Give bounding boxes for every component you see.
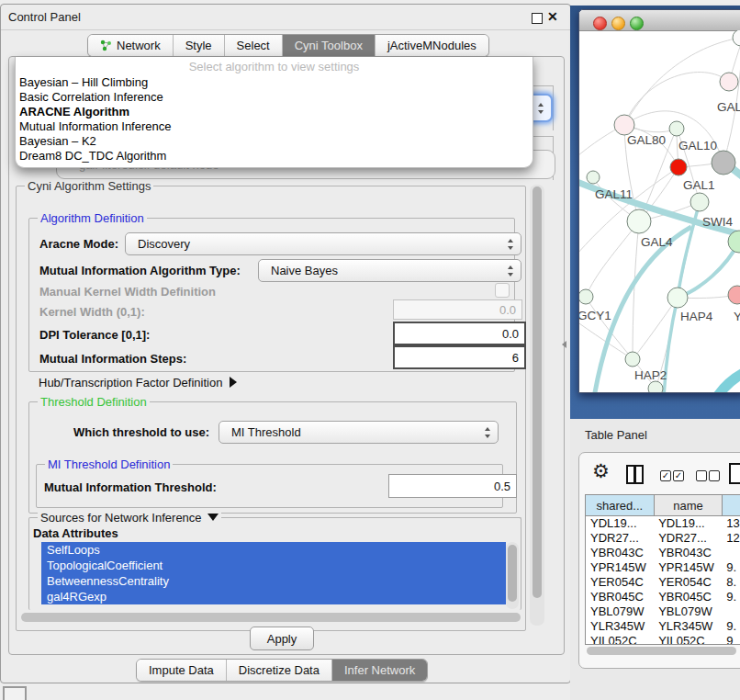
data-attribute-item-betweennesscentrality[interactable]: BetweennessCentrality (41, 573, 506, 589)
table-row[interactable]: YDL19...YDL19...13 (586, 516, 740, 531)
node-gal80[interactable] (614, 115, 634, 135)
dpi-tolerance-label: DPI Tolerance [0,1]: (39, 328, 150, 342)
node-hap2[interactable] (625, 352, 640, 367)
table-row[interactable]: YLR345WYLR345W9. (586, 619, 740, 634)
manual-kernel-width-label: Manual Kernel Width Definition (39, 285, 216, 299)
node-salmon[interactable] (728, 286, 740, 304)
which-threshold-value: MI Threshold (231, 425, 301, 439)
network-canvas[interactable]: GALGAL80GAL10GAL11GAL1SWI4GAL4GCY1HAP4YH… (579, 30, 740, 392)
tab-discretize-data[interactable]: Discretize Data (227, 660, 332, 681)
collapse-down-icon (207, 514, 219, 521)
node-hap4[interactable] (667, 288, 688, 308)
table-cell: YER054C (586, 575, 654, 590)
node-gray[interactable] (712, 151, 735, 175)
list-scrollbar-thumb[interactable] (508, 545, 517, 602)
table-row[interactable]: YBR043CYBR043C (586, 546, 740, 560)
close-traffic-light-icon[interactable] (593, 17, 607, 30)
table-cell: 9 (722, 634, 740, 644)
node-label-swi4: SWI4 (702, 215, 733, 229)
list-scrollbar-track[interactable] (506, 542, 519, 609)
tab-impute-data[interactable]: Impute Data (137, 660, 227, 681)
mi-threshold-input[interactable]: 0.5 (388, 474, 517, 498)
mi-algorithm-type-label: Mutual Information Algorithm Type: (39, 264, 241, 277)
gear-icon[interactable]: ⚙ (592, 461, 610, 480)
table-cell: 9. (722, 590, 740, 604)
table-row[interactable]: YER054CYER054C8. (586, 575, 740, 590)
node-gal4[interactable] (627, 209, 651, 233)
tab-select[interactable]: Select (225, 35, 283, 56)
node-gal1[interactable] (690, 193, 709, 211)
aracne-mode-value: Discovery (138, 237, 190, 251)
settings-hscrollbar-thumb[interactable] (21, 613, 521, 622)
column-view-icon[interactable] (626, 465, 644, 484)
checked-checkbox-icon[interactable]: ✓ (673, 470, 684, 481)
node-label-hap2: HAP2 (634, 368, 667, 382)
sources-title: Sources for Network Inference (40, 511, 202, 525)
mi-steps-input[interactable]: 6 (393, 345, 526, 369)
unchecked-checkbox-icon[interactable] (709, 470, 720, 481)
node-gal11[interactable] (587, 171, 600, 184)
node-red[interactable] (670, 159, 687, 175)
document-icon[interactable] (729, 463, 740, 484)
hub-definition-toggle[interactable]: Hub/Transcription Factor Definition (39, 376, 237, 390)
data-attribute-item-gal4rgexp[interactable]: gal4RGexp (41, 589, 506, 604)
table-cell: YLR345W (654, 619, 722, 634)
tab-cyni-toolbox[interactable]: Cyni Toolbox (283, 35, 376, 56)
table-header-shared-[interactable]: shared... (586, 495, 655, 516)
dropdown-item-bayesian-hill-climbing[interactable]: Bayesian – Hill Climbing (16, 75, 533, 90)
which-threshold-label: Which threshold to use: (73, 425, 209, 439)
aracne-mode-combo[interactable]: Discovery (125, 232, 521, 255)
checked-checkbox-icon[interactable]: ✓ (660, 470, 671, 481)
minimized-panel-icon[interactable] (3, 686, 27, 700)
node-top-right[interactable] (733, 30, 740, 46)
kernel-width-input[interactable]: 0.0 (393, 299, 522, 320)
sources-toggle[interactable]: Sources for Network Inference (38, 511, 221, 525)
table-cell: YIL052C (586, 634, 654, 644)
table-hscrollbar-thumb[interactable] (587, 647, 736, 655)
aracne-mode-label: Aracne Mode: (39, 237, 118, 251)
node-bottom[interactable] (648, 381, 663, 392)
zoom-traffic-light-icon[interactable] (630, 17, 644, 30)
table-row[interactable]: YDR27...YDR27...12 (586, 531, 740, 546)
table-cell: YLR345W (586, 619, 654, 634)
panel-divider-collapse-icon[interactable] (562, 341, 566, 348)
table-row[interactable]: YBL079WYBL079W (586, 604, 740, 619)
tab-label: Infer Network (344, 663, 415, 677)
data-attribute-item-selfloops[interactable]: SelfLoops (41, 542, 506, 558)
settings-vscrollbar-thumb[interactable] (533, 186, 542, 598)
unchecked-checkbox-icon[interactable] (696, 470, 707, 481)
close-icon[interactable]: ✕ (547, 9, 558, 24)
minimize-traffic-light-icon[interactable] (611, 17, 625, 30)
tab-style[interactable]: Style (174, 35, 225, 56)
table-header-a[interactable]: A (723, 495, 740, 516)
data-attribute-item-topologicalcoefficient[interactable]: TopologicalCoefficient (41, 558, 506, 573)
table-header-name[interactable]: name (655, 495, 723, 516)
spinner-arrows-icon (485, 427, 491, 438)
network-view-window: GALGAL80GAL10GAL11GAL1SWI4GAL4GCY1HAP4YH… (578, 9, 740, 393)
kernel-width-label: Kernel Width (0,1): (39, 305, 145, 319)
dpi-tolerance-input[interactable]: 0.0 (393, 322, 526, 345)
dropdown-item-aracne-algorithm[interactable]: ARACNE Algorithm (16, 105, 533, 119)
apply-button[interactable]: Apply (250, 627, 314, 650)
node-gcy1[interactable] (579, 289, 593, 304)
manual-kernel-width-checkbox[interactable] (495, 283, 510, 298)
node-pink-right[interactable] (720, 73, 738, 91)
float-window-icon[interactable] (532, 13, 543, 24)
table-row[interactable]: YPR145WYPR145W9. (586, 560, 740, 575)
tab-jactivemnodules[interactable]: jActiveMNodules (376, 35, 488, 56)
node-gal10[interactable] (669, 121, 684, 136)
dropdown-item-dream8-dc-tdc-algorithm[interactable]: Dream8 DC_TDC Algorithm (16, 149, 533, 164)
tab-infer-network[interactable]: Infer Network (332, 660, 427, 681)
table-row[interactable]: YBR045CYBR045C9. (586, 590, 740, 604)
mi-algorithm-type-combo[interactable]: Naive Bayes (258, 259, 521, 282)
which-threshold-combo[interactable]: MI Threshold (219, 421, 499, 444)
tab-label: Cyni Toolbox (295, 39, 363, 52)
dropdown-item-bayesian-k2[interactable]: Bayesian – K2 (16, 134, 533, 149)
dropdown-item-basic-correlation-inference[interactable]: Basic Correlation Inference (16, 90, 533, 105)
settings-vscrollbar-track[interactable] (530, 185, 544, 626)
table-cell: YPR145W (586, 560, 654, 575)
table-row[interactable]: YIL052CYIL052C9 (586, 634, 740, 644)
data-attributes-list[interactable]: SelfLoopsTopologicalCoefficientBetweenne… (41, 542, 506, 609)
dropdown-item-mutual-information-inference[interactable]: Mutual Information Inference (16, 119, 533, 134)
tab-network[interactable]: Network (88, 35, 174, 56)
